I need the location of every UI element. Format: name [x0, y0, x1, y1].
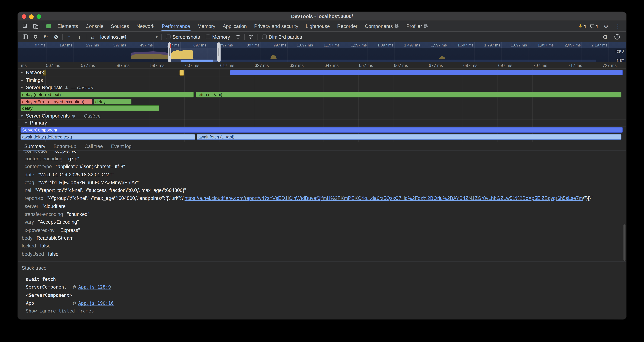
memory-checkbox-group[interactable]: Memory — [203, 34, 233, 40]
report-url-link[interactable]: https://a.nel.cloudflare.com/report/v4?s… — [184, 195, 583, 201]
overview-time-label: 197 ms — [49, 43, 72, 48]
tab-recorder[interactable]: Recorder — [334, 21, 361, 31]
save-profile-button[interactable]: ↓ — [74, 34, 84, 40]
screenshots-checkbox-group[interactable]: Screenshots — [163, 34, 203, 40]
cpu-lane-label: CPU — [615, 49, 625, 54]
overview-time-label: 497 ms — [130, 43, 153, 48]
header-row: etag"W/\"4b1-RjEJloX9kRinu6F0MAZMmy6E5iA… — [18, 178, 626, 186]
inspect-icon[interactable] — [20, 21, 30, 31]
tab-memory[interactable]: Memory — [194, 21, 219, 31]
ruler-label: 647 ms — [324, 63, 339, 68]
show-ignore-listed-frames-link[interactable]: Show ignore-listed frames — [26, 308, 94, 314]
divider — [62, 34, 63, 40]
collapse-arrow-icon[interactable]: ▸ — [21, 70, 23, 74]
window-title: DevTools - localhost:3000/ — [18, 12, 626, 21]
ruler-label: 707 ms — [533, 63, 547, 68]
tab-summary[interactable]: Summary — [20, 142, 50, 151]
tab-components[interactable]: Components — [361, 21, 403, 31]
react-atom-icon — [424, 24, 428, 28]
collapse-arrow-icon[interactable]: ▾ — [25, 121, 27, 125]
timeline-ruler[interactable]: ms 567 ms 577 ms 587 ms 597 ms 607 ms 61… — [18, 62, 626, 69]
divider — [258, 34, 258, 40]
settings-gear-icon[interactable]: ⚙ — [601, 23, 611, 29]
tab-call-tree[interactable]: Call tree — [80, 142, 107, 151]
issues-bubble-icon — [590, 24, 595, 29]
event-bar[interactable]: fetch (…/api) — [196, 92, 621, 97]
clear-button[interactable]: ⊘ — [51, 34, 61, 40]
screenshots-checkbox[interactable] — [166, 35, 170, 39]
issues-badge[interactable]: 1 — [589, 24, 599, 29]
event-bar[interactable]: await fetch (…/api) — [197, 134, 621, 140]
ruler-label: 637 ms — [290, 63, 304, 68]
dim-3rd-parties-checkbox-group[interactable]: Dim 3rd parties — [259, 34, 305, 40]
live-metrics-home-icon[interactable]: ⌂ — [88, 34, 98, 40]
track-bars-row: delayedError (…ayed exception) delay — [18, 98, 626, 105]
network-request-bar-api[interactable] — [230, 70, 622, 75]
ruler-label: 667 ms — [394, 63, 408, 68]
stack-trace-entries: await fetch ServerComponent @ App.js:128… — [22, 275, 626, 315]
summary-pane[interactable]: connection"keep-alive" content-encoding"… — [18, 151, 626, 261]
event-bar[interactable]: await delay (deferred text) — [20, 134, 195, 140]
dim-3rd-parties-checkbox[interactable] — [262, 35, 267, 39]
stack-heading: await fetch — [26, 275, 626, 283]
collapse-arrow-icon[interactable]: ▾ — [21, 114, 23, 118]
ruler-label: 687 ms — [463, 63, 478, 68]
event-bar-error[interactable]: delayedError (…ayed exception) — [20, 99, 92, 104]
track-bars-row: await delay (deferred text) await fetch … — [18, 133, 626, 140]
tab-bottom-up[interactable]: Bottom-up — [50, 142, 80, 151]
source-location-link[interactable]: App.js:128:9 — [78, 285, 111, 290]
track-header-server-requests[interactable]: ▾ Server Requests∗— Custom — [18, 84, 626, 91]
tab-console[interactable]: Console — [82, 21, 107, 31]
ruler-label: 717 ms — [568, 63, 582, 68]
ruler-label: 597 ms — [150, 63, 164, 68]
device-toolbar-icon[interactable] — [30, 21, 41, 31]
timeline-overview[interactable]: 97 ms 197 ms 297 ms 397 ms 497 ms 597 ms… — [18, 42, 626, 62]
load-profile-button[interactable]: ↑ — [64, 34, 74, 40]
devtools-window: DevTools - localhost:3000/ Elements Cons… — [18, 12, 626, 319]
extension-icon[interactable] — [44, 21, 54, 31]
collapse-arrow-icon[interactable]: ▸ — [21, 78, 23, 82]
tab-performance[interactable]: Performance — [158, 21, 194, 31]
tab-application[interactable]: Application — [219, 21, 250, 31]
tracks-area: ▸ Network ▸ Timings ▾ Server Requests∗— … — [18, 69, 626, 142]
tab-elements[interactable]: Elements — [54, 21, 82, 31]
tab-network[interactable]: Network — [133, 21, 158, 31]
ruler-label: 627 ms — [255, 63, 269, 68]
collapse-arrow-icon[interactable]: ▾ — [21, 86, 23, 90]
panel-settings-gear-icon[interactable]: ⚙ — [600, 34, 610, 40]
dim-overlay-left — [18, 48, 168, 62]
track-row-network[interactable]: ▸ Network — [18, 69, 626, 77]
toggle-sidebar-icon[interactable] — [20, 34, 30, 40]
stack-trace-section: Stack trace await fetch ServerComponent … — [18, 261, 626, 315]
record-button[interactable] — [30, 35, 41, 39]
warnings-badge[interactable]: ⚠ 1 — [578, 23, 587, 29]
event-bar[interactable]: delay — [94, 99, 131, 104]
tab-profiler[interactable]: Profiler — [403, 21, 432, 31]
overview-time-label: 1,597 ms — [424, 43, 447, 48]
tab-event-log[interactable]: Event log — [107, 142, 136, 151]
divider — [42, 23, 42, 29]
tab-lighthouse[interactable]: Lighthouse — [302, 21, 334, 31]
tab-sources[interactable]: Sources — [107, 21, 133, 31]
network-request-bar-selected[interactable] — [180, 70, 184, 75]
track-header-server-components[interactable]: ▾ Server Components∗— Custom — [18, 113, 626, 120]
collect-garbage-icon[interactable] — [233, 34, 243, 40]
memory-checkbox[interactable] — [206, 35, 210, 39]
event-bar[interactable]: delay (deferred text) — [20, 92, 194, 97]
selection-handle-right[interactable] — [217, 42, 220, 62]
event-bar[interactable]: ServerComponent — [20, 127, 623, 133]
record-and-reload-button[interactable]: ↻ — [41, 34, 51, 40]
event-bar[interactable]: delay — [20, 105, 160, 111]
track-row-timings[interactable]: ▸ Timings — [18, 77, 626, 84]
history-select[interactable]: localhost #4 ▾ — [98, 32, 160, 42]
scrollbar-thumb[interactable] — [624, 224, 626, 261]
throttling-tune-icon[interactable] — [246, 34, 256, 40]
tab-privacy-and-security[interactable]: Privacy and security — [250, 21, 302, 31]
source-location-link[interactable]: App.js:190:16 — [78, 301, 114, 306]
overview-time-label: 1,497 ms — [397, 43, 420, 48]
selection-range — [171, 48, 217, 62]
help-icon[interactable]: ? — [612, 34, 622, 40]
track-header-primary[interactable]: ▾ Primary — [18, 120, 626, 127]
stack-frame: ServerComponent @ App.js:128:9 — [26, 283, 626, 291]
kebab-menu-icon[interactable]: ⋮ — [613, 23, 623, 29]
